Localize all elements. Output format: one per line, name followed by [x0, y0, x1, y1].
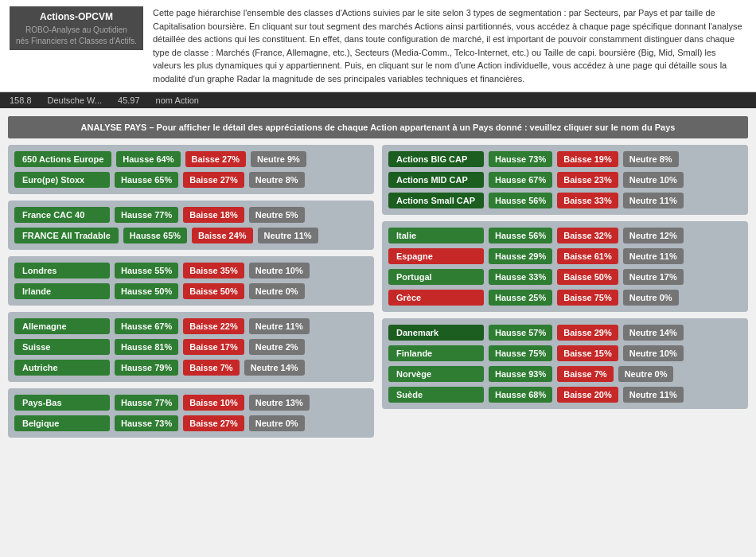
left-column: 650 Actions Europe Hausse 64% Baisse 27%…	[8, 145, 374, 444]
neutre-grece[interactable]: Neutre 0%	[623, 290, 679, 306]
neutre-suisse[interactable]: Neutre 2%	[249, 339, 305, 355]
baisse-france-all[interactable]: Baisse 24%	[192, 228, 253, 243]
neutre-mid-cap[interactable]: Neutre 10%	[623, 172, 684, 188]
neutre-italie[interactable]: Neutre 12%	[623, 228, 684, 243]
baisse-danemark[interactable]: Baisse 29%	[557, 325, 618, 341]
btn-italie[interactable]: Italie	[388, 228, 484, 243]
baisse-suede[interactable]: Baisse 20%	[557, 387, 618, 403]
btn-suede[interactable]: Suède	[388, 387, 484, 403]
hausse-small-cap[interactable]: Hausse 56%	[489, 193, 552, 208]
btn-espagne[interactable]: Espagne	[388, 248, 484, 264]
hausse-espagne[interactable]: Hausse 29%	[489, 248, 552, 264]
btn-norvege[interactable]: Norvège	[388, 366, 484, 382]
baisse-portugal[interactable]: Baisse 50%	[557, 269, 618, 285]
neutre-france-all[interactable]: Neutre 11%	[258, 228, 318, 243]
btn-allemagne[interactable]: Allemagne	[14, 318, 110, 334]
card-cap: Actions BIG CAP Hausse 73% Baisse 19% Ne…	[382, 145, 748, 215]
btn-mid-cap[interactable]: Actions MID CAP	[388, 172, 484, 188]
hausse-europe[interactable]: Hausse 64%	[116, 151, 180, 167]
hausse-suede[interactable]: Hausse 68%	[489, 387, 552, 403]
btn-small-cap[interactable]: Actions Small CAP	[388, 193, 484, 208]
neutre-pays-bas[interactable]: Neutre 13%	[249, 395, 310, 411]
row-pays-bas: Pays-Bas Hausse 77% Baisse 10% Neutre 13…	[14, 395, 368, 411]
btn-portugal[interactable]: Portugal	[388, 269, 484, 285]
btn-irlande[interactable]: Irlande	[14, 283, 110, 299]
neutre-espagne[interactable]: Neutre 11%	[623, 248, 684, 264]
baisse-londres[interactable]: Baisse 35%	[183, 263, 244, 278]
baisse-belgique[interactable]: Baisse 27%	[183, 415, 244, 431]
btn-belgique[interactable]: Belgique	[14, 415, 110, 431]
hausse-autriche[interactable]: Hausse 79%	[115, 360, 178, 376]
baisse-pays-bas[interactable]: Baisse 10%	[183, 395, 244, 411]
row-portugal: Portugal Hausse 33% Baisse 50% Neutre 17…	[388, 269, 742, 285]
row-europe: 650 Actions Europe Hausse 64% Baisse 27%…	[14, 151, 368, 167]
card-nordic: Danemark Hausse 57% Baisse 29% Neutre 14…	[382, 318, 748, 409]
btn-londres[interactable]: Londres	[14, 263, 110, 278]
baisse-espagne[interactable]: Baisse 61%	[557, 248, 618, 264]
neutre-allemagne[interactable]: Neutre 11%	[249, 318, 310, 334]
neutre-suede[interactable]: Neutre 11%	[623, 387, 684, 403]
btn-france-all[interactable]: FRANCE All Tradable	[14, 228, 119, 243]
hausse-france-all[interactable]: Hausse 65%	[123, 228, 187, 243]
neutre-small-cap[interactable]: Neutre 11%	[623, 193, 684, 208]
btn-danemark[interactable]: Danemark	[388, 325, 484, 341]
neutre-danemark[interactable]: Neutre 14%	[623, 325, 684, 341]
neutre-londres[interactable]: Neutre 10%	[249, 263, 310, 278]
btn-euro-stoxx[interactable]: Euro(pe) Stoxx	[14, 172, 110, 188]
hausse-londres[interactable]: Hausse 55%	[115, 263, 178, 278]
baisse-big-cap[interactable]: Baisse 19%	[557, 151, 618, 167]
baisse-autriche[interactable]: Baisse 7%	[183, 360, 239, 376]
logo-sub2: nés Financiers et Classes d'Actifs.	[16, 37, 137, 45]
baisse-allemagne[interactable]: Baisse 22%	[183, 318, 244, 334]
baisse-suisse[interactable]: Baisse 17%	[183, 339, 244, 355]
hausse-irlande[interactable]: Hausse 50%	[115, 283, 178, 299]
btn-suisse[interactable]: Suisse	[14, 339, 110, 355]
btn-big-cap[interactable]: Actions BIG CAP	[388, 151, 484, 167]
btn-autriche[interactable]: Autriche	[14, 360, 110, 376]
neutre-autriche[interactable]: Neutre 14%	[244, 360, 305, 376]
neutre-big-cap[interactable]: Neutre 8%	[623, 151, 679, 167]
neutre-euro-stoxx[interactable]: Neutre 8%	[249, 172, 305, 188]
btn-finlande[interactable]: Finlande	[388, 345, 484, 361]
baisse-europe[interactable]: Baisse 27%	[185, 151, 247, 167]
btn-650-actions-europe[interactable]: 650 Actions Europe	[14, 151, 111, 167]
row-norvege: Norvège Hausse 93% Baisse 7% Neutre 0%	[388, 366, 742, 382]
neutre-belgique[interactable]: Neutre 0%	[249, 415, 305, 431]
baisse-grece[interactable]: Baisse 75%	[557, 290, 618, 306]
btn-pays-bas[interactable]: Pays-Bas	[14, 395, 110, 411]
hausse-pays-bas[interactable]: Hausse 77%	[115, 395, 178, 411]
hausse-norvege[interactable]: Hausse 93%	[489, 366, 552, 382]
neutre-portugal[interactable]: Neutre 17%	[623, 269, 684, 285]
baisse-norvege[interactable]: Baisse 7%	[557, 366, 613, 382]
neutre-irlande[interactable]: Neutre 0%	[249, 283, 305, 299]
hausse-grece[interactable]: Hausse 25%	[489, 290, 552, 306]
card-uk: Londres Hausse 55% Baisse 35% Neutre 10%…	[8, 256, 374, 306]
neutre-europe[interactable]: Neutre 9%	[251, 151, 306, 167]
neutre-norvege[interactable]: Neutre 0%	[618, 366, 674, 382]
baisse-italie[interactable]: Baisse 32%	[557, 228, 618, 243]
hausse-mid-cap[interactable]: Hausse 67%	[489, 172, 552, 188]
hausse-finlande[interactable]: Hausse 75%	[489, 345, 552, 361]
baisse-euro-stoxx[interactable]: Baisse 27%	[183, 172, 244, 188]
row-france-all: FRANCE All Tradable Hausse 65% Baisse 24…	[14, 228, 368, 243]
hausse-portugal[interactable]: Hausse 33%	[489, 269, 552, 285]
hausse-suisse[interactable]: Hausse 81%	[115, 339, 178, 355]
baisse-irlande[interactable]: Baisse 50%	[183, 283, 244, 299]
baisse-small-cap[interactable]: Baisse 33%	[557, 193, 618, 208]
hausse-euro-stoxx[interactable]: Hausse 65%	[115, 172, 178, 188]
hausse-big-cap[interactable]: Hausse 73%	[489, 151, 552, 167]
hausse-france-cac[interactable]: Hausse 77%	[115, 207, 178, 223]
neutre-finlande[interactable]: Neutre 10%	[623, 345, 684, 361]
hausse-allemagne[interactable]: Hausse 67%	[115, 318, 178, 334]
neutre-france-cac[interactable]: Neutre 5%	[249, 207, 305, 223]
row-finlande: Finlande Hausse 75% Baisse 15% Neutre 10…	[388, 345, 742, 361]
hausse-danemark[interactable]: Hausse 57%	[489, 325, 552, 341]
hausse-belgique[interactable]: Hausse 73%	[115, 415, 178, 431]
btn-france-cac[interactable]: France CAC 40	[14, 207, 110, 223]
btn-grece[interactable]: Grèce	[388, 290, 484, 306]
baisse-france-cac[interactable]: Baisse 18%	[183, 207, 244, 223]
card-netherlands: Pays-Bas Hausse 77% Baisse 10% Neutre 13…	[8, 388, 374, 438]
baisse-mid-cap[interactable]: Baisse 23%	[557, 172, 618, 188]
hausse-italie[interactable]: Hausse 56%	[489, 228, 552, 243]
baisse-finlande[interactable]: Baisse 15%	[557, 345, 618, 361]
